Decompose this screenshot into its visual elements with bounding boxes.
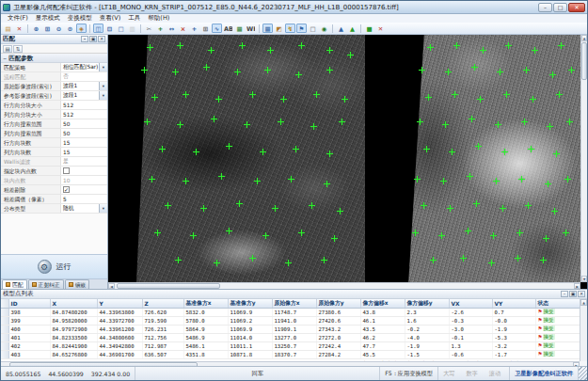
menu-transform-model[interactable]: 变换模型: [64, 14, 96, 23]
gcp-marker[interactable]: [493, 178, 500, 184]
gcp-marker[interactable]: [551, 208, 558, 214]
gcp-marker[interactable]: [445, 69, 452, 75]
grid-overlay-button[interactable]: ▦: [262, 24, 273, 33]
gcp-marker[interactable]: [298, 42, 305, 49]
table-row[interactable]: 40284.8244190044.34942800712.9875486.111…: [1, 342, 580, 351]
panel-close-icon[interactable]: ✕: [578, 291, 585, 297]
gcp-marker[interactable]: [177, 42, 183, 49]
gcp-marker[interactable]: [337, 208, 343, 214]
gcp-marker[interactable]: [430, 257, 437, 263]
property-grid-categorized-button[interactable]: ▤: [3, 45, 12, 53]
column-header[interactable]: 原始像方y: [316, 299, 360, 309]
source-image-pane[interactable]: [365, 35, 582, 282]
gcp-marker[interactable]: [452, 91, 458, 98]
gcp-marker[interactable]: [543, 235, 549, 242]
param-match-strategy-dropdown-icon[interactable]: ▾: [99, 63, 107, 71]
column-header[interactable]: Z: [142, 299, 183, 309]
gcp-marker[interactable]: [151, 94, 158, 101]
menu-tools[interactable]: 工具: [124, 14, 144, 23]
gcp-marker[interactable]: [211, 116, 217, 122]
gcp-marker[interactable]: [309, 202, 315, 209]
gcp-marker[interactable]: [501, 149, 508, 155]
gcp-marker[interactable]: [154, 230, 161, 236]
param-source-band-value[interactable]: 波段1▾: [61, 82, 107, 90]
status-cell[interactable]: ⚑接受: [535, 342, 580, 351]
gcp-marker[interactable]: [421, 202, 427, 209]
status-cell[interactable]: ⚑接受: [535, 334, 580, 342]
gcp-marker[interactable]: [532, 47, 538, 54]
gcp-marker[interactable]: [566, 119, 573, 125]
gcp-marker[interactable]: [490, 232, 497, 239]
gcp-marker[interactable]: [460, 255, 467, 262]
gcp-marker[interactable]: [417, 119, 423, 125]
gcp-marker[interactable]: [505, 42, 512, 49]
grid-button[interactable]: ⊞: [200, 24, 211, 33]
gcp-marker[interactable]: [226, 143, 232, 150]
property-grid-alphabetical-button[interactable]: ⇅: [13, 45, 23, 53]
viewer-vertical-scrollbar[interactable]: ▲ ▼: [580, 35, 587, 282]
gcp-marker[interactable]: [149, 176, 155, 183]
gcp-marker[interactable]: [298, 230, 305, 236]
gcp-marker[interactable]: [347, 52, 354, 58]
layout-split-horizontal-button[interactable]: ⊟: [104, 24, 115, 33]
gcp-marker[interactable]: [516, 230, 523, 236]
menu-file[interactable]: 文件(F): [4, 14, 32, 23]
add-point-button[interactable]: +: [155, 24, 166, 33]
gcp-marker[interactable]: [267, 47, 274, 54]
gcp-marker[interactable]: [477, 96, 484, 103]
gcp-marker[interactable]: [465, 228, 471, 234]
scroll-up-icon[interactable]: ▲: [581, 35, 587, 41]
gcp-marker[interactable]: [488, 260, 495, 266]
gcp-marker[interactable]: [427, 44, 434, 51]
gcp-marker[interactable]: [144, 119, 151, 125]
reject-all-button[interactable]: ✕: [375, 24, 386, 33]
column-header[interactable]: 原始像方x: [272, 299, 316, 309]
param-distribution-type-value[interactable]: 随机▾: [61, 204, 107, 213]
gcp-marker[interactable]: [239, 42, 246, 49]
param-outlier-removal-value[interactable]: ✓: [61, 185, 107, 194]
scroll-down-icon[interactable]: ▼: [581, 276, 587, 282]
globe-button[interactable]: ◉: [319, 24, 329, 33]
gcp-marker[interactable]: [218, 173, 225, 180]
gcp-marker[interactable]: [208, 47, 215, 54]
panel-float-icon[interactable]: ▣: [569, 291, 577, 297]
gcp-marker[interactable]: [293, 146, 299, 152]
gcp-marker[interactable]: [234, 69, 241, 75]
gcp-marker[interactable]: [310, 123, 317, 130]
param-row-block-size-value[interactable]: 512: [61, 101, 107, 109]
status-cell[interactable]: ⚑接受: [535, 309, 580, 317]
param-specify-points-per-block-checkbox[interactable]: [63, 167, 70, 174]
pyramid-green-button[interactable]: ▲: [347, 24, 358, 33]
table-row[interactable]: 39984.9582000044.33972700719.5905780.011…: [1, 317, 580, 325]
open-image-button[interactable]: ▤: [3, 24, 13, 33]
layout-split-vertical-button[interactable]: ◫: [93, 24, 103, 33]
gcp-marker[interactable]: [475, 143, 482, 150]
gcp-marker[interactable]: [547, 123, 553, 130]
gcp-marker[interactable]: [414, 176, 421, 183]
gcp-marker[interactable]: [175, 257, 182, 263]
gcp-marker[interactable]: [200, 205, 207, 212]
gcp-marker[interactable]: [321, 257, 327, 263]
cut-point-button[interactable]: ✂: [144, 24, 154, 33]
delete-point-button[interactable]: ×: [178, 24, 188, 33]
gcp-marker[interactable]: [172, 69, 179, 75]
minimize-button[interactable]: –: [538, 3, 552, 12]
gcp-marker[interactable]: [280, 96, 287, 103]
gcp-marker[interactable]: [183, 178, 189, 184]
panel-minimize-icon[interactable]: –: [561, 291, 568, 297]
tab-orthorectify[interactable]: 正射纠正: [28, 279, 64, 289]
gcp-marker[interactable]: [177, 121, 183, 128]
reference-image-pane[interactable]: [108, 35, 365, 282]
gcp-marker[interactable]: [467, 173, 473, 180]
param-source-band-dropdown-icon[interactable]: ▾: [99, 82, 107, 90]
column-header[interactable]: 像方偏移y: [405, 299, 449, 309]
param-reference-band-dropdown-icon[interactable]: ▾: [99, 91, 107, 100]
status-cell[interactable]: ⚑接受: [535, 351, 580, 359]
scrollbar-thumb[interactable]: [581, 42, 587, 80]
pyramid-blue-button[interactable]: ▲: [336, 24, 346, 33]
predict-point-button[interactable]: ↔: [167, 24, 177, 33]
gcp-marker[interactable]: [165, 202, 171, 209]
gcp-marker[interactable]: [324, 181, 330, 187]
gcp-marker[interactable]: [503, 91, 510, 98]
gcp-marker[interactable]: [518, 176, 525, 183]
